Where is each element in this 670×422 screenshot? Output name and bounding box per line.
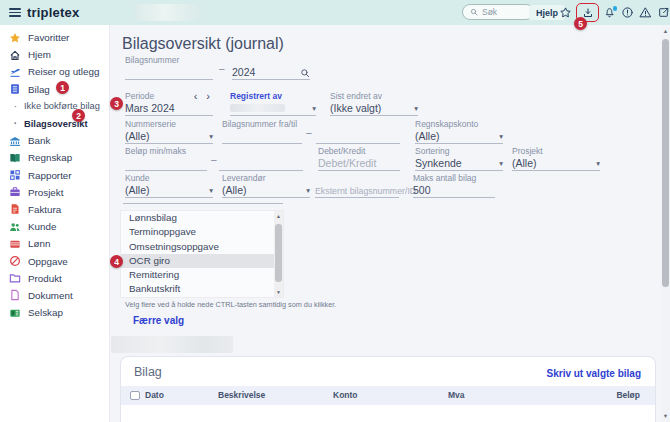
periode-field: Periode ‹ › Mars 2024 [125,91,213,116]
belop-min-field: Beløp min/maks [125,146,207,171]
eksternt-bilagsnummer-field: Eksternt bilagsnummer/ID [315,173,399,198]
column-header-dato: Dato [145,386,164,405]
prosjekt-select[interactable]: (Alle) ▾ [512,156,600,171]
table-header-row: Dato Beskrivelse Konto Mva Beløp [121,386,655,405]
notification-dot [613,6,618,11]
redacted-company-selector[interactable] [135,4,201,21]
search-placeholder: Søk [482,7,497,17]
column-header-beskrivelse: Beskrivelse [218,386,265,405]
nummerserie-field: Nummerserie (Alle) ▾ [125,119,213,144]
warning-triangle-icon[interactable] [638,5,653,20]
bilagsnummer-from-input[interactable] [125,65,213,80]
bilagsnummer-til-input[interactable] [316,129,400,144]
maks-antall-bilag-input[interactable]: 500 [413,183,495,198]
eksternt-bilagsnummer-input[interactable]: Eksternt bilagsnummer/ID [315,183,399,198]
search-input[interactable]: Søk [462,4,534,20]
scroll-up-icon[interactable]: ▲ [274,213,283,219]
listbox-scrollbar[interactable]: ▲ ▼ [274,211,283,297]
sidebar-item-kunde[interactable]: Kunde [0,218,109,235]
sidebar-item-bank[interactable]: Bank [0,132,109,149]
briefcase-icon [9,186,21,198]
favorites-star-icon[interactable] [558,5,573,20]
select-all-checkbox[interactable] [130,391,140,401]
fewer-options-link[interactable]: Færre valg [133,315,184,326]
multiselect-help-text: Velg flere ved å holde nede CTRL-tasten … [125,300,336,309]
search-icon [470,8,478,16]
notifications-bell-icon[interactable] [602,5,617,20]
sidebar-item-faktura[interactable]: Faktura [0,201,109,218]
nummerserie-select[interactable]: (Alle) ▾ [125,129,213,144]
regnskapskonto-select[interactable]: (Alle) ▾ [415,129,503,144]
annotation-badge-5: 5 [574,17,587,30]
sidebar-item-selskap[interactable]: Selskap [0,304,109,321]
bilagsnummer-from-field: Bilagsnummer [125,55,213,80]
alerts-info-icon[interactable] [620,5,635,20]
top-bar: tripletex Søk Hjelp [0,0,670,25]
registrert-av-select[interactable]: ▾ [230,101,316,116]
listbox-scrollbar-thumb[interactable] [275,224,282,282]
bilagsnummer-til-field [316,119,400,144]
page-scrollbar[interactable]: ▲ ▼ [661,25,670,422]
bilagsnummer-to-field: 2024 [232,55,310,80]
sidebar-item-oppgave[interactable]: Oppgave [0,252,109,269]
listbox-option-ocr-giro[interactable]: OCR giro [121,254,283,268]
star-icon [9,32,21,44]
maks-antall-bilag-field: Maks antall bilag 500 [413,173,495,198]
voucher-document-icon [9,83,21,95]
listbox-option-terminoppgave[interactable]: Terminoppgave [121,225,283,239]
sidebar-item-bilagsoversikt[interactable]: · Bilagsoversikt [0,115,109,132]
sidebar-item-rapporter[interactable]: Rapporter [0,167,109,184]
airplane-icon [9,66,21,78]
sidebar-item-lonn[interactable]: Lønn [0,235,109,252]
caret-down-icon: ▾ [596,159,600,169]
range-dash: – [306,127,312,138]
bilag-table-card: Bilag Skriv ut valgte bilag Dato Beskriv… [120,356,656,422]
bilagsnummer-to-input[interactable]: 2024 [232,65,310,80]
task-prohibited-icon [9,255,21,267]
sidebar-item-bilag[interactable]: Bilag [0,81,109,98]
listbox-option-omsetningsoppgave[interactable]: Omsetningsoppgave [121,240,283,254]
sidebar-item-hjem[interactable]: Hjem [0,46,109,63]
listbox-option-lonnsbilag[interactable]: Lønnsbilag [121,211,283,225]
caret-down-icon: ▾ [209,132,213,142]
sist-endret-av-select[interactable]: (Ikke valgt) ▾ [330,101,418,116]
periode-prev-icon[interactable]: ‹ [193,92,199,101]
debet-kredit-input[interactable]: Debet/Kredit [318,156,400,171]
sidebar-item-produkt[interactable]: Produkt [0,270,109,287]
listbox-option-remittering[interactable]: Remittering [121,268,283,282]
print-selected-vouchers-link[interactable]: Skriv ut valgte bilag [547,368,641,379]
sidebar-item-dokument[interactable]: Dokument [0,287,109,304]
page-title: Bilagsoversikt (journal) [122,35,284,53]
caret-down-icon: ▾ [499,159,503,169]
sortering-field: Sortering Synkende ▾ [415,146,503,171]
bilagstype-filter-input[interactable] [123,190,283,204]
page-scrollbar-thumb[interactable] [662,39,669,287]
periode-next-icon[interactable]: › [205,92,211,101]
belop-maks-input[interactable] [219,156,303,171]
scroll-up-icon[interactable]: ▲ [661,28,670,34]
hamburger-menu-icon[interactable] [9,8,21,17]
belop-min-input[interactable] [125,156,207,171]
sidebar-item-prosjekt[interactable]: Prosjekt [0,184,109,201]
sidebar-item-ikke-bokforte-bilag[interactable]: · Ikke bokførte bilag [0,98,109,115]
sortering-select[interactable]: Synkende ▾ [415,156,503,171]
redacted-action-buttons[interactable] [111,336,233,353]
regnskapskonto-field: Regnskapskonto (Alle) ▾ [415,119,503,144]
search-lookup-icon[interactable] [300,68,310,78]
sidebar-item-favoritter[interactable]: Favoritter [0,29,109,46]
scroll-down-icon[interactable]: ▼ [661,413,670,419]
prosjekt-field: Prosjekt (Alle) ▾ [512,146,600,171]
scroll-down-icon[interactable]: ▼ [274,289,283,295]
column-header-konto: Konto [333,386,358,405]
external-link-icon[interactable] [656,5,670,20]
listbox-option-bankutskrift[interactable]: Bankutskrift [121,282,283,296]
annotation-badge-2: 2 [72,109,85,122]
sidebar-item-regnskap[interactable]: Regnskap [0,149,109,166]
bilagsnummer-fra-input[interactable] [222,129,302,144]
customers-people-icon [9,221,21,233]
bullet-icon: · [13,101,18,112]
sidebar-item-reiser-og-utlegg[interactable]: Reiser og utlegg [0,63,109,80]
company-icon [9,307,21,319]
periode-input[interactable]: Mars 2024 [125,101,213,116]
invoice-icon [9,203,21,215]
